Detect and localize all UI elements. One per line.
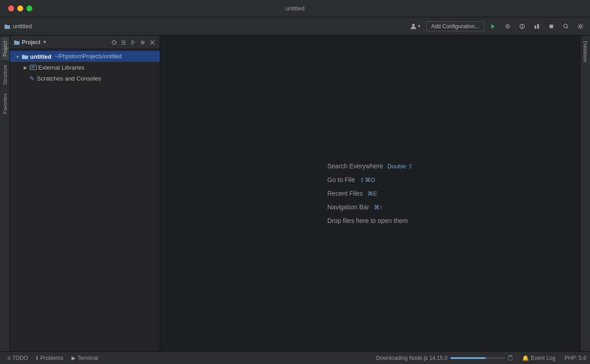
panel-header-title: Project ▾ [14, 39, 107, 46]
terminal-label: Terminal [77, 355, 98, 361]
download-progress: Downloading Node.js 14.15.0 [376, 355, 513, 361]
profile-button[interactable] [516, 22, 528, 31]
svg-point-23 [142, 42, 144, 44]
tree-item-scratches[interactable]: ✎ Scratches and Consoles [10, 73, 160, 84]
stop-button[interactable] [545, 22, 557, 31]
favorites-side-tab[interactable]: Favorites [1, 90, 9, 117]
panel-header-icons [110, 38, 156, 46]
traffic-lights [8, 5, 32, 11]
scratch-icon: ✎ [30, 75, 35, 82]
welcome-row-goto: Go to File ⇧⌘O [327, 176, 375, 183]
user-icon-button[interactable]: ▾ [407, 22, 423, 31]
progress-bar-fill [450, 357, 486, 359]
svg-rect-26 [30, 65, 36, 70]
panel-title-label: Project [22, 39, 41, 46]
close-button[interactable] [8, 5, 14, 11]
welcome-label-navbar: Navigation Bar [327, 203, 369, 211]
chevron-down-icon: ▾ [15, 54, 20, 59]
svg-rect-7 [537, 24, 539, 29]
progress-bar-container [450, 357, 505, 359]
svg-point-0 [412, 24, 415, 26]
locate-file-button[interactable] [110, 38, 118, 46]
tree-item-name-untitled: untitled [30, 53, 51, 60]
download-text: Downloading Node.js 14.15.0 [376, 355, 448, 361]
welcome-row-search: Search Everywhere Double ⇧ [327, 162, 413, 170]
panel-close-button[interactable] [148, 38, 156, 46]
welcome-row-recent: Recent Files ⌘E [327, 190, 377, 197]
welcome-shortcut-recent: ⌘E [367, 190, 377, 197]
project-folder-icon [4, 23, 11, 30]
folder-open-icon [21, 53, 29, 60]
right-side-tabs: Database [580, 35, 590, 351]
project-panel: Project ▾ [10, 35, 160, 351]
status-right: Downloading Node.js 14.15.0 🔔 Event Log … [376, 353, 586, 364]
tree-item-name-ext-libs: External Libraries [38, 64, 84, 71]
terminal-icon: ▶ [71, 355, 76, 361]
status-tabs: ≡ TODO ℹ Problems ▶ Terminal [4, 353, 375, 364]
app-body: untitled ▾ Add Configuration... [0, 17, 590, 364]
welcome-shortcut-goto: ⇧⌘O [360, 177, 375, 183]
svg-rect-8 [549, 25, 553, 28]
minimize-button[interactable] [17, 5, 23, 11]
problems-label: Problems [40, 355, 63, 361]
toolbar: untitled ▾ Add Configuration... [0, 17, 590, 35]
toolbar-left: untitled [4, 23, 406, 30]
welcome-label-recent: Recent Files [327, 190, 363, 197]
svg-rect-6 [534, 25, 536, 29]
welcome-row-navbar: Navigation Bar ⌘↑ [327, 203, 382, 211]
todo-label: TODO [12, 355, 28, 361]
event-log-icon: 🔔 [522, 355, 529, 361]
problems-tab[interactable]: ℹ Problems [32, 353, 67, 364]
welcome-label-search: Search Everywhere [327, 162, 383, 170]
project-panel-header: Project ▾ [10, 35, 160, 49]
status-bar: ≡ TODO ℹ Problems ▶ Terminal Downloading… [0, 351, 590, 364]
svg-line-10 [567, 27, 569, 29]
editor-area: Search Everywhere Double ⇧ Go to File ⇧⌘… [160, 35, 580, 351]
welcome-label-goto: Go to File [327, 176, 355, 183]
add-configuration-button[interactable]: Add Configuration... [426, 21, 484, 31]
welcome-label-drop: Drop files here to open them [327, 217, 408, 224]
window-title: untitled [285, 5, 305, 12]
svg-point-3 [507, 25, 509, 27]
file-tree: ▾ untitled ~/PhpstormProjects/untitled ▶… [10, 49, 160, 351]
window-chrome: untitled [0, 0, 590, 17]
svg-point-9 [564, 24, 567, 28]
settings-button[interactable] [575, 22, 586, 31]
progress-spinner [508, 355, 513, 361]
welcome-row-drop: Drop files here to open them [327, 217, 408, 224]
search-everywhere-button[interactable] [560, 22, 572, 31]
tree-item-untitled[interactable]: ▾ untitled ~/PhpstormProjects/untitled [10, 51, 160, 62]
coverage-button[interactable] [531, 22, 543, 31]
content-area: Project Structure Favorites Project ▾ [0, 35, 590, 351]
run-button[interactable] [487, 22, 499, 31]
chevron-right-icon: ▶ [23, 65, 28, 70]
sort-button[interactable] [129, 38, 137, 46]
debug-button[interactable] [502, 22, 514, 31]
welcome-shortcut-navbar: ⌘↑ [374, 204, 383, 211]
maximize-button[interactable] [26, 5, 32, 11]
event-log-tab[interactable]: 🔔 Event Log [519, 353, 559, 364]
ext-libs-icon [30, 64, 37, 71]
terminal-tab[interactable]: ▶ Terminal [68, 353, 102, 364]
php-version-label: PHP: 5.6 [565, 355, 586, 361]
project-side-tab[interactable]: Project [1, 37, 9, 60]
todo-tab[interactable]: ≡ TODO [4, 353, 31, 364]
structure-side-tab[interactable]: Structure [1, 61, 9, 89]
left-side-tabs: Project Structure Favorites [0, 35, 10, 351]
svg-marker-1 [491, 24, 495, 29]
database-side-tab[interactable]: Database [581, 37, 590, 66]
tree-item-path-untitled: ~/PhpstormProjects/untitled [55, 53, 122, 60]
svg-point-11 [580, 25, 582, 27]
toolbar-right: ▾ Add Configuration... [407, 21, 586, 31]
toolbar-project-label: untitled [13, 23, 32, 30]
problems-icon: ℹ [36, 355, 38, 361]
event-log-label: Event Log [531, 355, 555, 361]
welcome-content: Search Everywhere Double ⇧ Go to File ⇧⌘… [327, 162, 413, 224]
svg-point-12 [112, 41, 116, 45]
todo-icon: ≡ [7, 355, 10, 361]
panel-settings-button[interactable] [139, 38, 147, 46]
tree-item-name-scratches: Scratches and Consoles [37, 75, 101, 82]
tree-item-external-libs[interactable]: ▶ External Libraries [10, 62, 160, 73]
welcome-shortcut-search: Double ⇧ [387, 163, 413, 170]
collapse-all-button[interactable] [120, 38, 127, 46]
